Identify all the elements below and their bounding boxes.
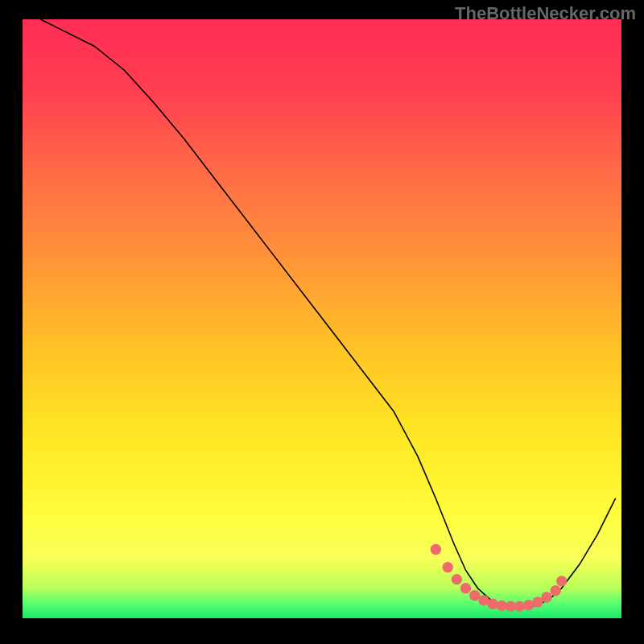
chart-container: TheBottleNecker.com bbox=[0, 0, 644, 644]
marker-dot bbox=[550, 585, 560, 596]
watermark-text: TheBottleNecker.com bbox=[455, 3, 636, 24]
marker-dot bbox=[487, 598, 497, 609]
marker-dot bbox=[556, 576, 567, 586]
bottleneck-plot bbox=[23, 19, 621, 618]
marker-dot bbox=[541, 592, 551, 602]
marker-dot bbox=[460, 583, 471, 593]
marker-dot bbox=[452, 574, 462, 584]
marker-dot bbox=[431, 544, 441, 555]
marker-dot bbox=[443, 562, 453, 572]
